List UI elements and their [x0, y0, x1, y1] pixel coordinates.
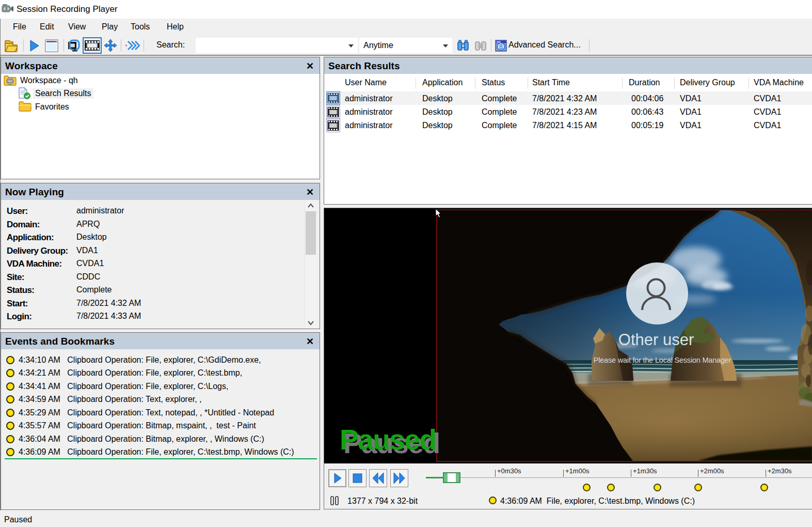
svg-text:Please wait for the Local Sess: Please wait for the Local Session Manage…: [594, 356, 731, 364]
svg-text:Other user: Other user: [618, 331, 694, 349]
